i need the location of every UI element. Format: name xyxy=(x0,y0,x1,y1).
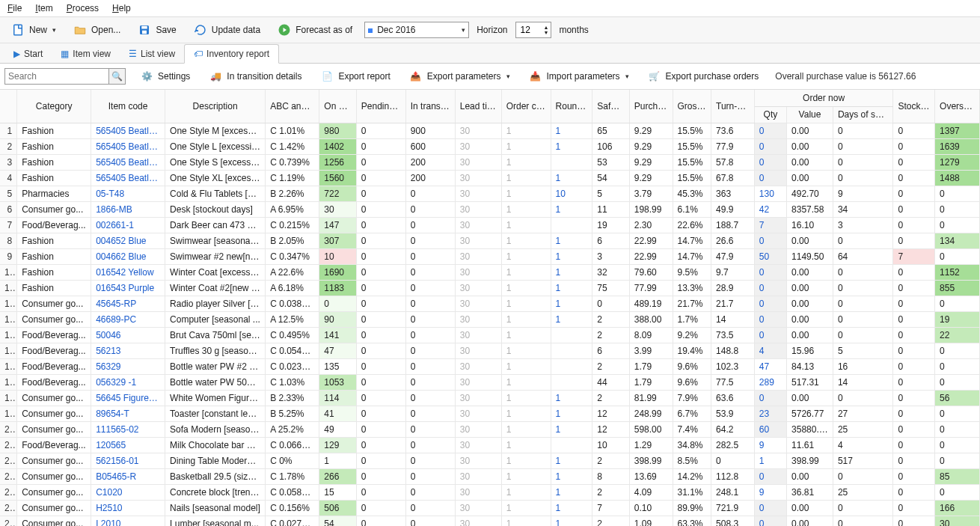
export-icon: 📄 xyxy=(319,69,334,84)
update-label: Update data xyxy=(212,25,260,35)
svg-rect-3 xyxy=(142,31,147,34)
new-button[interactable]: New ▾ xyxy=(6,20,61,40)
table-row[interactable]: 2Fashion565405 Beatles LOne Style L [exc… xyxy=(0,138,980,154)
inventory-grid[interactable]: Category Item code Description ABC analy… xyxy=(0,90,980,526)
tab-inventory-report[interactable]: 🏷Inventory report xyxy=(184,44,279,64)
col-rownum[interactable] xyxy=(0,90,17,123)
transition-details-button[interactable]: 🚚 In transition details xyxy=(203,67,306,86)
col-over[interactable]: Overstock xyxy=(935,90,980,123)
transition-label: In transition details xyxy=(227,71,301,82)
table-row[interactable]: 26Consumer go...L2010Lumber [seasonal m.… xyxy=(0,516,980,526)
update-data-button[interactable]: Update data xyxy=(189,20,265,40)
chevron-down-icon: ▾ xyxy=(506,73,510,80)
bullet-icon xyxy=(368,28,373,33)
export-params-label: Export parameters xyxy=(427,71,501,82)
col-cycle[interactable]: Order cycle, months xyxy=(501,90,551,123)
spin-up-icon[interactable]: ▲ xyxy=(543,25,550,30)
open-button[interactable]: Open... xyxy=(68,20,125,40)
table-row[interactable]: 3Fashion565405 Beatles SOne Style S [exc… xyxy=(0,154,980,170)
col-pprice[interactable]: Purchase price xyxy=(629,90,673,123)
horizon-input[interactable] xyxy=(521,25,542,35)
table-row[interactable]: 24Consumer go...C1020Concrete block [tre… xyxy=(0,484,980,500)
list-icon: ☰ xyxy=(129,49,137,59)
menu-help[interactable]: Help xyxy=(112,3,131,13)
export-params-icon: 📤 xyxy=(408,69,423,84)
table-row[interactable]: 20Consumer go...111565-02Sofa Modern [se… xyxy=(0,421,980,437)
col-stockout[interactable]: Stockout xyxy=(893,90,935,123)
spin-down-icon[interactable]: ▼ xyxy=(543,30,550,35)
save-button[interactable]: Save xyxy=(132,20,180,40)
table-row[interactable]: 23Consumer go...B05465-RBasketball 29.5 … xyxy=(0,468,980,484)
col-pending[interactable]: Pending sales orders xyxy=(356,90,405,123)
forecast-button[interactable]: Forecast as of xyxy=(272,20,357,40)
col-qty[interactable]: Qty xyxy=(754,106,786,123)
settings-button[interactable]: ⚙️ Settings xyxy=(135,67,195,86)
tab-label: Item view xyxy=(73,49,111,59)
menu-file[interactable]: File xyxy=(7,3,22,13)
table-row[interactable]: 7Food/Beverag...002661-1Dark Beer can 47… xyxy=(0,217,980,233)
col-tindex[interactable]: Turn-earn index xyxy=(711,90,755,123)
import-params-label: Import parameters xyxy=(547,71,620,82)
col-onhand[interactable]: On hand xyxy=(319,90,356,123)
col-gmargin[interactable]: Gross margin xyxy=(673,90,711,123)
tab-start[interactable]: ▶Start xyxy=(4,45,52,63)
col-abc[interactable]: ABC analysis xyxy=(266,90,319,123)
horizon-spinner[interactable]: ▲▼ xyxy=(515,22,552,38)
tab-label: Inventory report xyxy=(206,49,269,59)
table-row[interactable]: 9Fashion004662 BlueSwimwear #2 new[ne...… xyxy=(0,248,980,264)
menu-process[interactable]: Process xyxy=(67,3,99,13)
inventory-grid-wrap: Category Item code Description ABC analy… xyxy=(0,90,980,526)
table-row[interactable]: 16Food/Beverag...56329Bottle water PW #2… xyxy=(0,358,980,374)
table-row[interactable]: 13Consumer go...46689-PCComputer [season… xyxy=(0,311,980,327)
search-input[interactable] xyxy=(4,68,109,85)
table-row[interactable]: 21Food/Beverag...120565Milk Chocolate ba… xyxy=(0,437,980,453)
report-toolbar: 🔍 ⚙️ Settings 🚚 In transition details 📄 … xyxy=(0,64,980,90)
export-po-label: Export purchase orders xyxy=(666,71,759,82)
col-desc[interactable]: Description xyxy=(165,90,266,123)
period-value: Dec 2016 xyxy=(377,25,415,35)
period-combo[interactable]: Dec 2016 ▾ xyxy=(364,22,469,38)
col-ordernow-group[interactable]: Order now xyxy=(754,90,893,106)
table-row[interactable]: 4Fashion565405 Beatles ...One Style XL [… xyxy=(0,170,980,186)
col-lead[interactable]: Lead time, days xyxy=(455,90,501,123)
tab-list-view[interactable]: ☰List view xyxy=(120,45,184,63)
table-row[interactable]: 25Consumer go...H2510Nails [seasonal mod… xyxy=(0,500,980,516)
col-item[interactable]: Item code xyxy=(91,90,165,123)
table-row[interactable]: 11Fashion016543 PurpleWinter Coat #2[new… xyxy=(0,280,980,296)
file-new-icon xyxy=(10,22,25,37)
table-row[interactable]: 19Consumer go...89654-TToaster [constant… xyxy=(0,406,980,421)
table-row[interactable]: 8Fashion004652 BlueSwimwear [seasonal ..… xyxy=(0,233,980,248)
export-report-button[interactable]: 📄 Export report xyxy=(315,67,394,86)
main-toolbar: New ▾ Open... Save Update data Forecast … xyxy=(0,17,980,43)
col-trans[interactable]: In transition xyxy=(405,90,455,123)
export-report-label: Export report xyxy=(338,71,390,82)
table-row[interactable]: 14Food/Beverag...50046Brut Cava 750ml [s… xyxy=(0,327,980,343)
col-value[interactable]: Value xyxy=(787,106,833,123)
dropdown-icon: ▾ xyxy=(52,26,56,34)
table-row[interactable]: 1Fashion565405 Beatles ...One Style M [e… xyxy=(0,123,980,138)
table-row[interactable]: 18Consumer go...56645 Figure S...White W… xyxy=(0,390,980,406)
export-po-button[interactable]: 🛒 Export purchase orders xyxy=(643,67,764,86)
search-button[interactable]: 🔍 xyxy=(109,68,126,85)
table-row[interactable]: 15Food/Beverag...56213Truffles 30 g [sea… xyxy=(0,343,980,358)
table-row[interactable]: 6Consumer go...1866-MBDesk [stockout day… xyxy=(0,201,980,217)
table-row[interactable]: 17Food/Beverag...056329 -1Bottle water P… xyxy=(0,374,980,390)
import-params-button[interactable]: 📥 Import parameters ▾ xyxy=(524,67,634,86)
folder-open-icon xyxy=(73,22,88,37)
tab-item-view[interactable]: ▦Item view xyxy=(52,45,120,63)
view-tabs: ▶Start▦Item view☰List view🏷Inventory rep… xyxy=(0,43,980,64)
table-row[interactable]: 5Pharmacies05-T48Cold & Flu Tablets [se.… xyxy=(0,186,980,201)
col-safety[interactable]: Safety stock xyxy=(592,90,629,123)
table-row[interactable]: 22Consumer go...562156-01Dining Table Mo… xyxy=(0,453,980,468)
table-row[interactable]: 10Fashion016542 YellowWinter Coat [exces… xyxy=(0,264,980,280)
menu-item[interactable]: Item xyxy=(35,3,52,13)
col-round[interactable]: Rounding xyxy=(551,90,592,123)
svg-rect-2 xyxy=(142,26,148,29)
open-label: Open... xyxy=(91,25,120,35)
table-row[interactable]: 12Consumer go...45645-RPRadio player Sil… xyxy=(0,296,980,311)
export-params-button[interactable]: 📤 Export parameters ▾ xyxy=(404,67,515,86)
truck-icon: 🚚 xyxy=(208,69,223,84)
col-dos[interactable]: Days of supply xyxy=(833,106,892,123)
col-category[interactable]: Category xyxy=(17,90,91,123)
search-icon: 🔍 xyxy=(111,71,123,82)
